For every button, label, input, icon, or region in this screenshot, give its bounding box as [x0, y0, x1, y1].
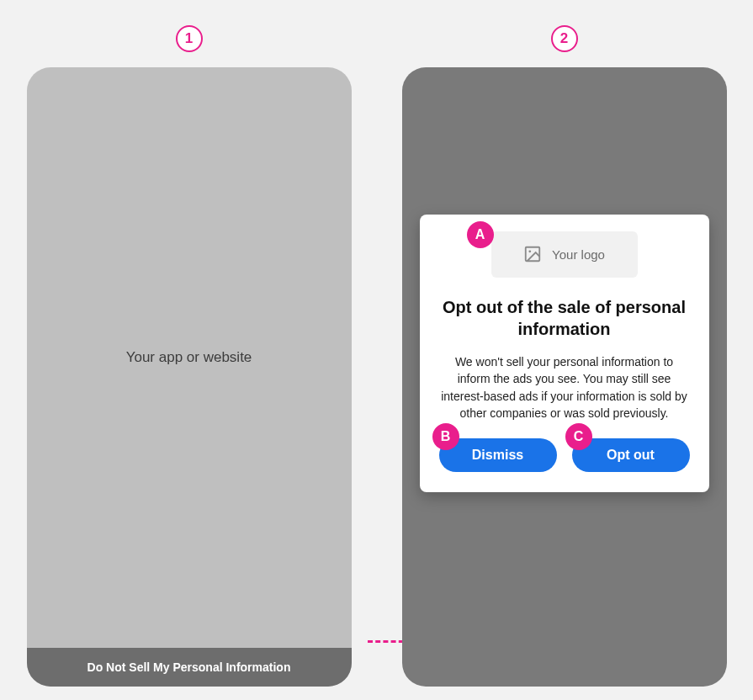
opt-out-modal: A Your logo Opt out of the sale of perso… [420, 215, 709, 492]
step-badge-1: 1 [176, 25, 203, 52]
step-badge-2: 2 [551, 25, 578, 52]
screen-1-placeholder: Your app or website [27, 67, 352, 648]
screen-2: A Your logo Opt out of the sale of perso… [402, 67, 727, 687]
modal-title: Opt out of the sale of personal informat… [435, 296, 694, 340]
svg-point-1 [528, 251, 531, 253]
callout-c: C [565, 423, 592, 450]
logo-placeholder: Your logo [491, 231, 638, 278]
screen-1-wrapper: 1 Your app or website Do Not Sell My Per… [27, 25, 352, 687]
modal-buttons: B Dismiss C Opt out [435, 438, 694, 472]
callout-a: A [467, 221, 494, 248]
dismiss-button-wrap: B Dismiss [439, 438, 557, 472]
diagram-container: 1 Your app or website Do Not Sell My Per… [0, 0, 753, 700]
screen-1: Your app or website Do Not Sell My Perso… [27, 67, 352, 687]
optout-button-wrap: C Opt out [572, 438, 690, 472]
callout-b: B [432, 423, 459, 450]
modal-body: We won't sell your personal information … [435, 353, 694, 422]
screen-2-wrapper: 2 A Your logo Opt out of the sale of per… [402, 25, 727, 687]
image-icon [523, 245, 542, 263]
do-not-sell-link[interactable]: Do Not Sell My Personal Information [27, 648, 352, 687]
logo-placeholder-label: Your logo [552, 247, 605, 262]
